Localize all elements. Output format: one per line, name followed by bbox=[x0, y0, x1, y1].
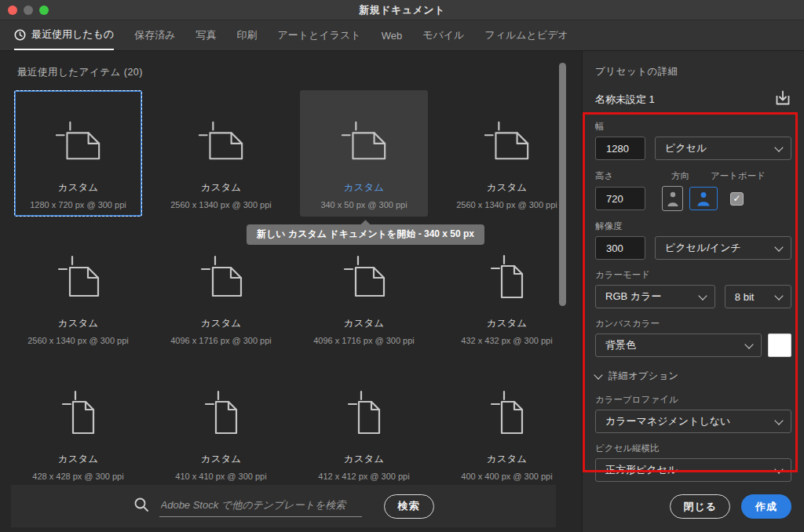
tab-recent[interactable]: 最近使用したもの bbox=[14, 20, 114, 50]
document-icon bbox=[340, 101, 389, 180]
document-icon bbox=[60, 373, 97, 451]
recent-item-title: カスタム bbox=[58, 317, 98, 330]
document-icon bbox=[489, 373, 525, 451]
tab-label: 写真 bbox=[196, 28, 217, 42]
recent-grid: カスタム 1280 x 720 px @ 300 ppi カスタム 2560 x… bbox=[14, 90, 571, 488]
document-icon bbox=[342, 237, 386, 315]
color-mode-label: カラーモード bbox=[595, 269, 791, 281]
tab-art-illustration[interactable]: アートとイラスト bbox=[278, 20, 361, 50]
recent-item[interactable]: カスタム 2560 x 1340 px @ 300 ppi bbox=[157, 90, 285, 217]
recent-item-size: 340 x 50 px @ 300 ppi bbox=[320, 200, 407, 210]
artboard-checkbox[interactable]: ✓ bbox=[730, 192, 744, 206]
search-icon bbox=[133, 497, 159, 516]
dialog-footer: 閉じる 作成 bbox=[670, 494, 791, 519]
title-bar: 新規ドキュメント bbox=[0, 0, 804, 20]
tab-label: モバイル bbox=[422, 28, 464, 42]
canvas-color-label: カンバスカラー bbox=[595, 318, 791, 330]
color-mode-value: RGB カラー bbox=[605, 290, 661, 304]
recent-item[interactable]: カスタム 340 x 50 px @ 300 ppi bbox=[300, 90, 428, 217]
recent-item-size: 4096 x 1716 px @ 300 ppi bbox=[313, 336, 415, 345]
recent-item-title: カスタム bbox=[344, 453, 384, 466]
recent-item-size: 1280 x 720 px @ 300 ppi bbox=[30, 200, 126, 210]
recent-item[interactable]: カスタム 2560 x 1340 px @ 300 ppi bbox=[443, 90, 571, 217]
pixel-aspect-label: ピクセル縦横比 bbox=[595, 443, 791, 454]
recent-item-size: 400 x 400 px @ 300 ppi bbox=[461, 472, 552, 481]
document-icon bbox=[489, 237, 525, 315]
height-input[interactable] bbox=[595, 187, 645, 210]
recent-item[interactable]: カスタム 432 x 432 px @ 300 ppi bbox=[443, 226, 571, 352]
resolution-label: 解像度 bbox=[595, 220, 791, 232]
canvas-color-select[interactable]: 背景色 bbox=[595, 333, 762, 357]
recent-item-title: カスタム bbox=[487, 453, 527, 466]
recent-item-size: 2560 x 1340 px @ 300 ppi bbox=[170, 200, 272, 210]
recent-item-title: カスタム bbox=[58, 181, 98, 195]
recent-item-title: カスタム bbox=[487, 181, 527, 195]
recent-items-area: 最近使用したアイテム (20) カスタム 1280 x 720 px @ 300… bbox=[0, 51, 582, 532]
color-profile-value: カラーマネジメントしない bbox=[605, 414, 730, 428]
recent-item-size: 410 x 410 px @ 300 ppi bbox=[175, 472, 266, 481]
advanced-options-toggle[interactable]: 詳細オプション bbox=[595, 370, 791, 383]
orientation-landscape-button[interactable] bbox=[689, 187, 718, 210]
recent-item-size: 432 x 432 px @ 300 ppi bbox=[461, 336, 552, 345]
recent-item[interactable]: カスタム 1280 x 720 px @ 300 ppi bbox=[14, 90, 142, 217]
width-input[interactable] bbox=[595, 137, 645, 160]
recent-item-title: カスタム bbox=[201, 181, 241, 195]
recent-item-title: カスタム bbox=[58, 453, 98, 466]
canvas-color-value: 背景色 bbox=[605, 338, 636, 352]
save-preset-icon[interactable] bbox=[774, 89, 791, 110]
document-icon bbox=[203, 373, 239, 451]
vertical-scrollbar[interactable] bbox=[559, 63, 566, 306]
tab-web[interactable]: Web bbox=[382, 20, 403, 50]
chevron-down-icon bbox=[774, 143, 783, 151]
orientation-portrait-button[interactable] bbox=[662, 186, 683, 211]
recent-item-title: カスタム bbox=[201, 453, 241, 466]
recent-item-size: 428 x 428 px @ 300 ppi bbox=[32, 472, 123, 481]
search-button[interactable]: 検索 bbox=[384, 494, 434, 519]
preset-details-header: プリセットの詳細 bbox=[595, 65, 791, 78]
tab-film-video[interactable]: フィルムとビデオ bbox=[484, 20, 568, 50]
recent-item[interactable]: カスタム 410 x 410 px @ 300 ppi bbox=[157, 362, 285, 488]
tab-photo[interactable]: 写真 bbox=[196, 20, 217, 50]
recent-item-title: カスタム bbox=[344, 317, 384, 330]
recent-item[interactable]: カスタム 4096 x 1716 px @ 300 ppi bbox=[157, 226, 285, 352]
advanced-options-label: 詳細オプション bbox=[608, 370, 678, 383]
preset-details-panel: プリセットの詳細 名称未設定 1 幅 ピクセル 高さ 方向 アートボード bbox=[582, 51, 804, 532]
recent-item[interactable]: カスタム 412 x 412 px @ 300 ppi bbox=[300, 362, 428, 488]
chevron-down-icon bbox=[774, 416, 783, 425]
recent-item-title: カスタム bbox=[344, 181, 384, 195]
bit-depth-select[interactable]: 8 bit bbox=[725, 285, 791, 308]
landscape-person-icon bbox=[695, 191, 712, 206]
recent-item-size: 2560 x 1340 px @ 300 ppi bbox=[27, 336, 129, 345]
close-button[interactable]: 閉じる bbox=[670, 494, 730, 519]
artboard-label: アートボード bbox=[711, 170, 766, 182]
tab-label: Web bbox=[382, 30, 403, 42]
document-icon bbox=[197, 101, 246, 180]
chevron-down-icon bbox=[698, 291, 707, 300]
tab-saved[interactable]: 保存済み bbox=[134, 20, 175, 50]
tab-label: 最近使用したもの bbox=[31, 27, 114, 42]
document-icon bbox=[346, 373, 382, 451]
create-button[interactable]: 作成 bbox=[741, 494, 791, 519]
color-profile-select[interactable]: カラーマネジメントしない bbox=[595, 410, 791, 433]
resolution-input[interactable] bbox=[595, 236, 645, 260]
chevron-down-icon bbox=[774, 291, 783, 300]
resolution-unit-select[interactable]: ピクセル/インチ bbox=[655, 236, 791, 260]
new-document-dialog: 新規ドキュメント 最近使用したもの 保存済み 写真 印刷 アートとイラスト We… bbox=[0, 0, 804, 532]
document-icon bbox=[57, 237, 100, 315]
chevron-down-icon bbox=[774, 465, 783, 473]
tab-print[interactable]: 印刷 bbox=[237, 20, 258, 50]
document-name[interactable]: 名称未設定 1 bbox=[595, 93, 655, 107]
template-search-bar: 検索 bbox=[11, 485, 556, 527]
width-unit-select[interactable]: ピクセル bbox=[655, 137, 791, 160]
tab-mobile[interactable]: モバイル bbox=[422, 20, 464, 50]
recent-item[interactable]: カスタム 428 x 428 px @ 300 ppi bbox=[14, 362, 142, 488]
pixel-aspect-select[interactable]: 正方形ピクセル bbox=[595, 458, 791, 482]
recent-item[interactable]: カスタム 400 x 400 px @ 300 ppi bbox=[443, 362, 571, 488]
canvas-color-swatch[interactable] bbox=[768, 333, 791, 357]
stock-search-input[interactable] bbox=[159, 496, 362, 517]
document-icon bbox=[483, 101, 532, 180]
recent-item[interactable]: カスタム 2560 x 1340 px @ 300 ppi bbox=[14, 226, 142, 352]
clock-icon bbox=[14, 29, 26, 41]
color-mode-select[interactable]: RGB カラー bbox=[595, 285, 715, 308]
recent-item[interactable]: カスタム 4096 x 1716 px @ 300 ppi bbox=[300, 226, 428, 352]
